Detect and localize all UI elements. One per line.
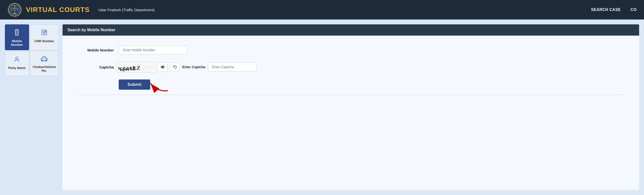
content-area: Search by Mobile Number Mobile Number Ca…: [62, 24, 639, 190]
dept-name: Uttar Pradesh (Traffic Department): [98, 8, 154, 12]
submit-row: Submit: [77, 79, 624, 90]
header-nav: SEARCH CASE CO: [591, 7, 637, 12]
sidebar-item-party-label: Party Name: [8, 66, 26, 70]
audio-icon: [160, 65, 165, 69]
sidebar: Mobile Number CNR Number: [5, 24, 58, 190]
nav-contact[interactable]: CO: [630, 7, 637, 12]
content-section-title: Search by Mobile Number: [62, 24, 639, 36]
captcha-row: Captcha wearkZ wearkZ: [77, 61, 624, 73]
captcha-input[interactable]: [208, 62, 257, 72]
car-icon: [40, 56, 48, 63]
sidebar-item-mobile-label: Mobile Number: [8, 39, 26, 46]
svg-text:wearkZ: wearkZ: [118, 65, 142, 71]
arrow-annotation: [146, 78, 170, 94]
svg-rect-24: [41, 59, 42, 60]
nav-search-case[interactable]: SEARCH CASE: [591, 7, 621, 12]
mobile-icon: [14, 29, 20, 37]
content-body: Mobile Number Captcha wearkZ: [62, 36, 639, 105]
svg-rect-13: [16, 30, 18, 33]
captcha-enter-label: Enter Captcha: [182, 65, 206, 69]
main-header: VIRTUAL COURTS Uttar Pradesh (Traffic De…: [0, 0, 644, 19]
mobile-number-input[interactable]: [119, 45, 187, 55]
svg-rect-25: [47, 59, 48, 60]
main-layout: Mobile Number CNR Number: [0, 19, 644, 195]
emblem-logo: [7, 2, 22, 17]
app-title: VIRTUAL COURTS: [26, 6, 90, 14]
captcha-audio-button[interactable]: [158, 62, 168, 72]
captcha-label: Captcha: [77, 65, 114, 69]
mobile-number-label: Mobile Number: [77, 48, 114, 52]
mobile-number-row: Mobile Number: [77, 45, 624, 55]
sidebar-item-party-name[interactable]: Party Name: [5, 51, 29, 76]
captcha-refresh-button[interactable]: [170, 62, 180, 72]
sidebar-item-challan-vehicle[interactable]: Challan/Vehicle No.: [30, 51, 58, 76]
sidebar-item-mobile-number[interactable]: Mobile Number: [5, 24, 29, 50]
refresh-icon: [173, 65, 177, 69]
cnr-icon: [41, 29, 48, 37]
captcha-image: wearkZ wearkZ: [116, 61, 155, 73]
svg-marker-31: [161, 65, 164, 69]
sidebar-item-cnr-number[interactable]: CNR Number: [30, 24, 58, 50]
svg-rect-12: [16, 34, 18, 34]
header-left: VIRTUAL COURTS Uttar Pradesh (Traffic De…: [7, 2, 154, 17]
sidebar-item-cnr-label: CNR Number: [34, 39, 54, 43]
content-divider: [77, 95, 624, 95]
person-icon: [14, 56, 20, 64]
sidebar-item-challan-label: Challan/Vehicle No.: [33, 65, 56, 72]
svg-point-20: [16, 57, 18, 59]
